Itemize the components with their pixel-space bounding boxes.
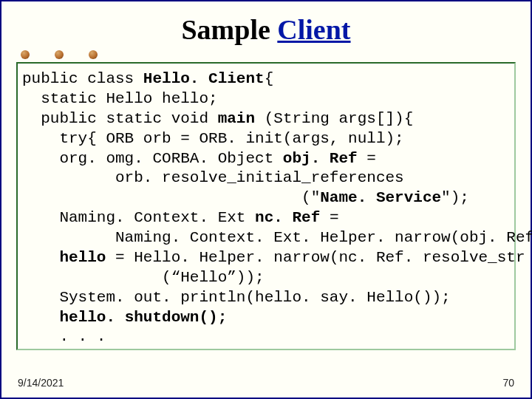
slide: Sample Client public class Hello. Client…	[0, 0, 532, 399]
code-text: . . .	[22, 328, 106, 345]
code-text: ("	[22, 189, 320, 206]
code-text: Naming. Context. Ext. Helper. narrow(obj…	[22, 229, 532, 246]
code-text: (String args[]){	[255, 110, 413, 127]
title-word-sample: Sample	[181, 14, 277, 45]
code-text: Hello. Client	[143, 70, 265, 87]
code-text: = Hello. Helper. narrow(nc. Ref. resolve…	[106, 249, 525, 266]
code-text: (“Hello”));	[22, 269, 265, 286]
code-text: public static void	[22, 110, 218, 127]
code-text: obj. Ref	[283, 150, 358, 167]
code-text: org. omg. CORBA. Object	[22, 150, 283, 167]
code-block: public class Hello. Client{ static Hello…	[22, 69, 508, 347]
bullet-icon	[55, 50, 64, 59]
code-text: hello. shutdown();	[59, 309, 227, 326]
code-text: {	[265, 70, 274, 87]
code-text: Name. Service	[320, 189, 441, 206]
code-text: ");	[441, 189, 469, 206]
code-text: orb. resolve_initial_references	[22, 169, 404, 186]
code-text: try{ ORB orb = ORB. init(args, null);	[22, 130, 404, 147]
code-text: =	[358, 150, 376, 167]
bullet-icon	[21, 50, 30, 59]
code-text: static Hello hello;	[22, 90, 218, 107]
code-text: Naming. Context. Ext	[22, 209, 255, 226]
bullet-icon	[89, 50, 98, 59]
code-text: hello	[59, 249, 106, 266]
bullet-row	[21, 50, 516, 61]
slide-title: Sample Client	[16, 13, 516, 46]
code-text	[22, 309, 59, 326]
code-text	[22, 249, 59, 266]
title-word-client: Client	[277, 14, 350, 45]
code-box: public class Hello. Client{ static Hello…	[16, 62, 516, 350]
footer-page: 70	[502, 377, 514, 389]
code-text: System. out. println(hello. say. Hello()…	[22, 289, 451, 306]
code-text: main	[218, 110, 255, 127]
footer: 9/14/2021 70	[18, 377, 514, 389]
code-text: =	[320, 209, 348, 226]
code-text: nc. Ref	[255, 209, 320, 226]
code-text: public class	[22, 70, 143, 87]
footer-date: 9/14/2021	[18, 377, 64, 389]
